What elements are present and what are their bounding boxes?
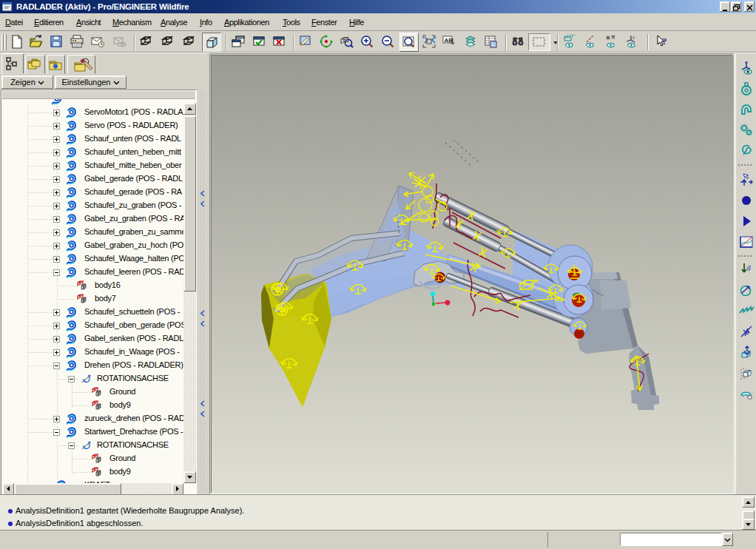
svg-text:y: y xyxy=(632,35,635,39)
svg-text:g: g xyxy=(747,263,751,271)
svg-text:AB: AB xyxy=(445,37,453,44)
svg-text:?: ? xyxy=(662,36,667,47)
